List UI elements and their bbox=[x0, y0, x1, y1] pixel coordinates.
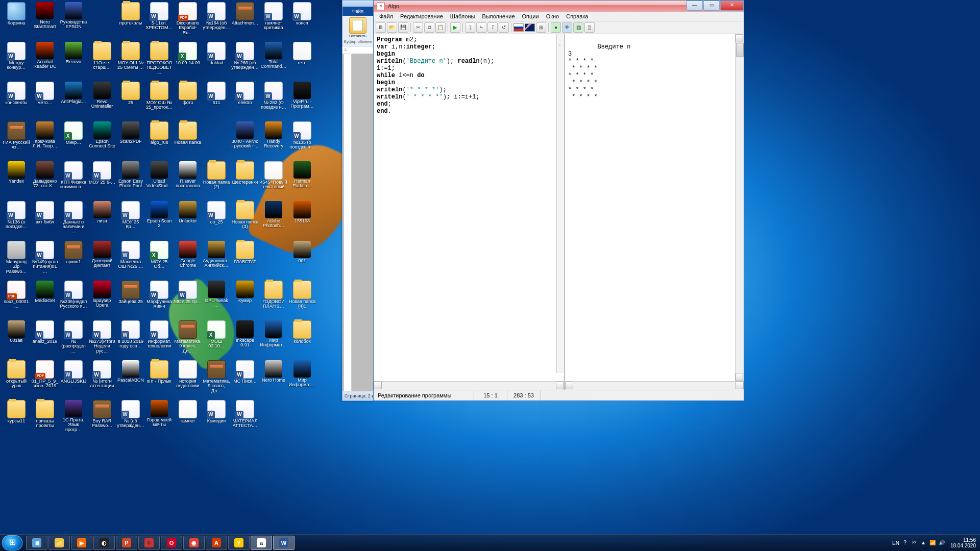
desktop-icon[interactable]: Микр… bbox=[60, 120, 87, 158]
desktop-icon[interactable]: курсы11 bbox=[3, 399, 30, 416]
menu-item[interactable]: Выполнение bbox=[479, 13, 519, 19]
desktop-icon[interactable]: №149(орган питания)01… bbox=[31, 240, 59, 278]
desktop-icon[interactable]: 001 bbox=[288, 240, 316, 278]
desktop-icon[interactable]: 3040 - Англо - русский т… bbox=[231, 120, 259, 158]
desktop-icon[interactable]: колобок bbox=[288, 319, 316, 357]
help-pointer-icon[interactable]: ⍰ bbox=[584, 22, 595, 33]
desktop-icon[interactable]: Крючкова Л.И. Твор… bbox=[31, 120, 59, 158]
step-over-icon[interactable]: ⤷ bbox=[476, 22, 486, 33]
open-file-icon[interactable]: 📂 bbox=[387, 22, 397, 33]
desktop-icon[interactable]: Город моей мечты bbox=[145, 399, 173, 416]
desktop-icon[interactable]: МОУ 25 Кр… bbox=[117, 200, 144, 238]
desktop-icon[interactable]: Inkscape 0.91 bbox=[231, 319, 259, 357]
desktop-icon[interactable]: Математика, 9 класс, Дл… bbox=[174, 319, 202, 357]
desktop-icon[interactable]: MediaGet bbox=[31, 280, 59, 317]
menu-item[interactable]: Окно bbox=[543, 13, 563, 19]
desktop-icon[interactable]: Total Command… bbox=[260, 41, 287, 79]
desktop-icon[interactable]: Google Chrome bbox=[174, 240, 202, 278]
desktop-icon[interactable]: ПРОТОКОЛ ПЕДСОВЕТ… bbox=[145, 41, 173, 79]
paste-icon[interactable] bbox=[349, 17, 366, 34]
minimize-button[interactable]: — bbox=[687, 1, 703, 11]
desktop-icon[interactable]: 511 bbox=[203, 81, 230, 118]
desktop-icon[interactable]: Корзина bbox=[3, 1, 30, 39]
desktop-icon[interactable]: Новая папка (2) bbox=[203, 160, 230, 198]
desktop-icon[interactable]: Математика, 9 класс, Дл… bbox=[203, 359, 230, 397]
cut-icon[interactable]: ✂ bbox=[413, 22, 423, 33]
editor-h-scrollbar[interactable] bbox=[374, 381, 564, 390]
desktop-icon[interactable]: Nero StartSmart bbox=[31, 1, 59, 39]
desktop-icon[interactable]: Информат. технологии bbox=[145, 319, 173, 357]
algo-titlebar[interactable]: a Algo — ▭ ✕ bbox=[374, 1, 743, 12]
breakpoint-icon[interactable]: ● bbox=[551, 22, 561, 33]
desktop-icon[interactable]: №136 (о поездке… bbox=[3, 200, 30, 238]
desktop-icon[interactable]: Adobe Photosh… bbox=[260, 200, 287, 238]
desktop-icon[interactable]: 11Отчет старш… bbox=[88, 41, 116, 79]
desktop-icon[interactable]: № (распредел… bbox=[60, 319, 87, 357]
desktop-icon[interactable]: Hetman Partitio… bbox=[288, 160, 316, 198]
desktop-icon[interactable]: Новая папка (3) bbox=[231, 200, 259, 238]
desktop-icon[interactable]: история педагогики bbox=[174, 359, 202, 397]
maximize-button[interactable]: ▭ bbox=[703, 1, 720, 11]
word-titlebar[interactable] bbox=[342, 1, 373, 7]
menu-item[interactable]: Опции bbox=[519, 13, 543, 19]
lang-en-icon[interactable] bbox=[525, 23, 535, 32]
desktop-icon[interactable]: открытый урок bbox=[3, 359, 30, 397]
desktop-icon[interactable]: 001ав bbox=[3, 319, 30, 357]
desktop-icon[interactable]: приказы проекты bbox=[31, 399, 59, 416]
trace-icon[interactable]: ↺ bbox=[499, 22, 509, 33]
desktop-icon[interactable]: в 2018 2019 году осн… bbox=[117, 319, 144, 357]
desktop-icon[interactable]: консп bbox=[288, 1, 316, 39]
desktop-icon[interactable]: ГОДОВОЙ ПЛАН 2… bbox=[260, 280, 287, 317]
desktop-icon[interactable]: Мир Информат… bbox=[288, 359, 316, 397]
desktop-icon[interactable]: algo_rus bbox=[145, 120, 173, 158]
desktop-icon[interactable]: Ulead VideoStud… bbox=[145, 160, 173, 198]
step-into-icon[interactable]: ⤵ bbox=[465, 22, 475, 33]
desktop-icon[interactable]: МАТЕРИАЛ АТТЕСТА… bbox=[231, 399, 259, 416]
desktop-icon[interactable]: Кумир bbox=[231, 280, 259, 317]
desktop-icon[interactable]: № (об утвержден… bbox=[117, 399, 144, 416]
desktop-icon[interactable]: Acrobat Reader DC bbox=[31, 41, 59, 79]
menu-item[interactable]: Файл bbox=[376, 13, 397, 19]
code-editor[interactable]: Program m2; var i,n:integer; begin write… bbox=[374, 34, 564, 381]
desktop-icon[interactable]: 155108 bbox=[288, 200, 316, 238]
desktop-icon[interactable]: МОУ ОШ № 25_проток… bbox=[145, 81, 173, 118]
desktop-icon[interactable]: МОУ 25 Об… bbox=[145, 240, 173, 278]
desktop-icon[interactable]: 5-11кл. ХРЕСТОМ… bbox=[145, 1, 173, 39]
copy-icon[interactable]: ⧉ bbox=[424, 22, 434, 33]
desktop-icon[interactable]: ANGLIJSKIJ… bbox=[60, 359, 87, 397]
output-h-scrollbar[interactable] bbox=[565, 381, 743, 390]
word-ruler-v[interactable] bbox=[344, 54, 352, 391]
paste-icon[interactable]: 📋 bbox=[435, 22, 446, 33]
desktop-icon[interactable]: оо_25 bbox=[203, 200, 230, 238]
output-console[interactable]: Введите n 3 * * * * * * * * * * * * * * … bbox=[565, 34, 743, 381]
desktop-icon[interactable]: Yandex bbox=[3, 160, 30, 198]
desktop-icon[interactable]: МОУ 25 6-… bbox=[88, 160, 116, 198]
run-icon[interactable]: ▶ bbox=[450, 22, 460, 33]
word-window[interactable]: Файл Вставить Буфер обмена Страница: 2 и bbox=[342, 0, 374, 401]
menu-item[interactable]: Шаблоны bbox=[447, 13, 479, 19]
desktop-icon[interactable]: гамлнет критикаа bbox=[260, 1, 287, 39]
save-icon[interactable]: 💾 bbox=[398, 22, 408, 33]
desktop-icon[interactable]: Данные о наличии и … bbox=[60, 200, 87, 238]
desktop-icon[interactable]: № (итоги аттестации… bbox=[88, 359, 116, 397]
desktop-icon[interactable]: гете bbox=[288, 41, 316, 79]
desktop-icon[interactable]: 01_ПР_5_9_язык_2019 bbox=[31, 359, 59, 397]
desktop-icon[interactable]: Донецкий диктант bbox=[88, 240, 116, 278]
menu-item[interactable]: Справка bbox=[562, 13, 592, 19]
desktop-icon[interactable]: GPUTweak… bbox=[203, 280, 230, 317]
desktop-icon[interactable]: Аудиокнига - Английск… bbox=[203, 240, 230, 278]
desktop-icon[interactable]: Между конкур… bbox=[3, 41, 30, 79]
desktop-icon[interactable]: Комедия bbox=[203, 399, 230, 416]
desktop-icon[interactable]: фото bbox=[174, 81, 202, 118]
desktop-icon[interactable]: №184 (об утвержден… bbox=[203, 1, 230, 39]
desktop-icon[interactable]: протоколы bbox=[117, 1, 144, 39]
desktop-icon[interactable]: 25 bbox=[117, 81, 144, 118]
watch-icon[interactable]: 👁 bbox=[562, 22, 572, 33]
desktop-icon[interactable]: Макеевка ОШ №25 … bbox=[117, 240, 144, 278]
word-file-tab[interactable]: Файл bbox=[342, 7, 373, 16]
desktop-icon[interactable]: ГЛАВСТАТ bbox=[231, 240, 259, 278]
desktop-icon[interactable]: PascalABCN… bbox=[117, 359, 144, 397]
output-v-scrollbar[interactable] bbox=[735, 34, 743, 381]
desktop-icon[interactable]: Scan2PDF bbox=[117, 120, 144, 158]
desktop-icon[interactable]: 1С.Прата. Язык прогр… bbox=[60, 399, 87, 416]
